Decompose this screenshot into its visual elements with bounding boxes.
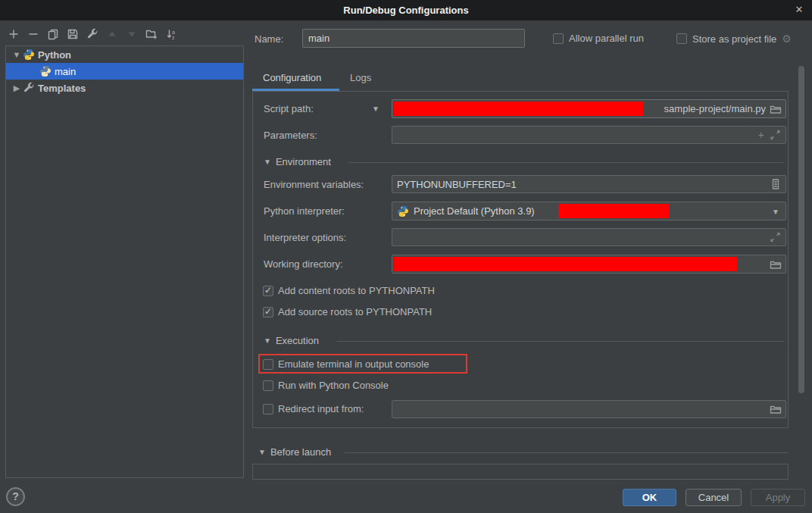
combobox-arrow-icon[interactable]: ▼ xyxy=(772,207,779,215)
checkbox-icon[interactable] xyxy=(676,33,687,44)
interpreter-options-field[interactable] xyxy=(392,228,786,246)
interpreter-options-label: Interpreter options: xyxy=(264,232,346,243)
execution-section-label: Execution xyxy=(276,335,319,346)
run-debug-configurations-dialog: Run/Debug Configurations ✕ az ▼ xyxy=(0,0,812,513)
emulate-terminal-checkbox[interactable]: Emulate terminal in output console xyxy=(263,358,429,370)
section-divider xyxy=(345,452,788,453)
ok-button[interactable]: OK xyxy=(623,489,676,506)
browse-variables-icon[interactable] xyxy=(770,179,781,190)
python-icon xyxy=(397,205,409,217)
browse-folder-icon[interactable] xyxy=(770,104,782,114)
svg-text:a: a xyxy=(172,30,175,35)
checkbox-checked-icon[interactable] xyxy=(263,307,273,317)
redirect-input-path-input[interactable] xyxy=(397,404,781,415)
wrench-icon xyxy=(23,82,35,94)
working-directory-field[interactable] xyxy=(392,255,786,274)
tree-item-label: Templates xyxy=(38,83,86,94)
gear-icon[interactable]: ⚙ xyxy=(782,33,792,45)
redirect-input-field[interactable] xyxy=(392,400,786,418)
run-with-python-console-checkbox[interactable]: Run with Python Console xyxy=(263,380,389,391)
expand-field-icon[interactable] xyxy=(770,232,781,243)
script-path-caret-down-icon[interactable]: ▼ xyxy=(372,105,379,113)
save-icon[interactable] xyxy=(67,28,79,40)
collapse-triangle-icon[interactable]: ▼ xyxy=(264,336,271,345)
configurations-tree: ▼ Python main ▶ Templates xyxy=(5,45,244,478)
redaction-box xyxy=(394,257,737,271)
script-path-field[interactable]: sample-project/main.py xyxy=(392,99,786,118)
help-button[interactable]: ? xyxy=(6,487,25,506)
redirect-input-checkbox[interactable]: Redirect input from: xyxy=(263,403,364,414)
cancel-button[interactable]: Cancel xyxy=(686,489,742,506)
environment-section-label: Environment xyxy=(276,156,331,167)
before-launch-section-header[interactable]: ▼ Before launch xyxy=(258,446,331,458)
checkbox-icon[interactable] xyxy=(263,404,273,414)
tree-item-label: main xyxy=(55,66,76,77)
name-label: Name: xyxy=(255,33,283,45)
store-as-project-file-checkbox[interactable]: Store as project file ⚙ xyxy=(676,33,792,45)
collapse-triangle-icon[interactable]: ▼ xyxy=(258,448,266,456)
expand-field-icon[interactable] xyxy=(770,130,781,141)
copy-icon[interactable] xyxy=(47,28,59,40)
environment-variables-label: Environment variables: xyxy=(264,179,364,190)
checkbox-icon[interactable] xyxy=(263,359,273,370)
add-content-roots-checkbox[interactable]: Add content roots to PYTHONPATH xyxy=(263,285,435,296)
script-path-label: Script path: xyxy=(264,103,314,114)
emulate-terminal-label: Emulate terminal in output console xyxy=(278,358,429,370)
tree-item-label: Python xyxy=(38,49,71,61)
add-icon[interactable] xyxy=(8,28,20,40)
checkbox-icon[interactable] xyxy=(263,380,273,391)
apply-button: Apply xyxy=(751,489,805,506)
before-launch-task-list[interactable] xyxy=(252,464,789,480)
svg-text:z: z xyxy=(172,35,175,40)
parameters-label: Parameters: xyxy=(264,130,317,141)
redaction-box xyxy=(394,102,643,116)
parameters-field[interactable]: + xyxy=(392,126,786,144)
python-icon xyxy=(39,65,52,77)
title-bar: Run/Debug Configurations ✕ xyxy=(0,0,812,20)
tab-configuration[interactable]: Configuration xyxy=(263,72,321,83)
new-folder-icon[interactable] xyxy=(145,28,158,40)
execution-section-header[interactable]: ▼ Execution xyxy=(264,335,319,346)
redaction-box xyxy=(558,204,669,218)
remove-icon[interactable] xyxy=(27,28,39,40)
sort-configurations-icon[interactable]: az xyxy=(165,28,177,40)
tree-item-main-configuration[interactable]: main xyxy=(6,63,243,80)
section-divider xyxy=(337,341,784,342)
checkbox-checked-icon[interactable] xyxy=(263,286,273,296)
collapse-triangle-icon[interactable]: ▼ xyxy=(264,158,271,166)
chevron-down-icon[interactable]: ▼ xyxy=(11,50,23,59)
browse-folder-icon[interactable] xyxy=(770,259,782,270)
working-directory-label: Working directory: xyxy=(264,258,343,270)
interpreter-options-input[interactable] xyxy=(397,232,781,243)
browse-folder-icon[interactable] xyxy=(770,404,782,414)
python-interpreter-label: Python interpreter: xyxy=(264,205,345,217)
add-source-roots-label: Add source roots to PYTHONPATH xyxy=(278,306,432,317)
script-path-value: sample-project/main.py xyxy=(664,103,766,114)
vertical-scrollbar-thumb[interactable] xyxy=(798,66,804,393)
parameters-input[interactable] xyxy=(397,130,781,141)
tree-item-python-group[interactable]: ▼ Python xyxy=(6,46,243,63)
environment-section-header[interactable]: ▼ Environment xyxy=(264,156,331,167)
chevron-right-icon[interactable]: ▶ xyxy=(11,83,23,93)
move-up-icon xyxy=(106,28,118,40)
store-as-project-file-label: Store as project file xyxy=(692,33,776,45)
configurations-toolbar: az xyxy=(8,28,177,40)
dialog-title: Run/Debug Configurations xyxy=(343,5,468,16)
tree-item-templates-group[interactable]: ▶ Templates xyxy=(6,80,243,96)
tab-logs[interactable]: Logs xyxy=(350,72,371,83)
move-down-icon xyxy=(126,28,138,40)
environment-variables-input[interactable] xyxy=(397,179,781,190)
name-input[interactable] xyxy=(302,29,525,48)
add-source-roots-checkbox[interactable]: Add source roots to PYTHONPATH xyxy=(263,306,432,317)
add-content-roots-label: Add content roots to PYTHONPATH xyxy=(278,285,435,296)
add-macro-icon[interactable]: + xyxy=(758,129,764,141)
environment-variables-field[interactable] xyxy=(392,175,786,193)
allow-parallel-run-checkbox[interactable]: Allow parallel run xyxy=(553,33,644,44)
redirect-input-label: Redirect input from: xyxy=(278,403,364,414)
before-launch-section-label: Before launch xyxy=(270,446,331,458)
section-divider xyxy=(348,162,784,163)
python-interpreter-combobox[interactable]: Project Default (Python 3.9) ▼ xyxy=(392,202,786,221)
close-icon[interactable]: ✕ xyxy=(792,3,806,17)
checkbox-icon[interactable] xyxy=(553,33,564,44)
edit-templates-icon[interactable] xyxy=(86,28,98,40)
